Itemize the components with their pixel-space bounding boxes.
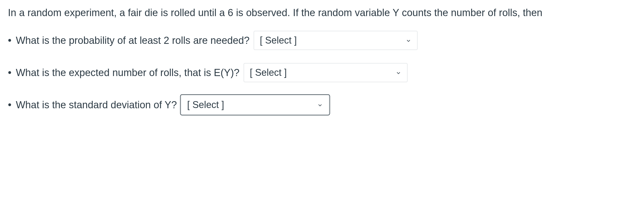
answer-select[interactable]: [ Select ] (181, 95, 329, 114)
question-item: What is the probability of at least 2 ro… (16, 31, 636, 50)
question-list: What is the probability of at least 2 ro… (8, 31, 636, 114)
question-item: What is the expected number of rolls, th… (16, 63, 636, 82)
answer-select[interactable]: [ Select ] (254, 31, 417, 50)
select-placeholder: [ Select ] (260, 33, 297, 48)
question-text: What is the expected number of rolls, th… (16, 65, 239, 80)
select-placeholder: [ Select ] (187, 98, 224, 112)
question-text: What is the standard deviation of Y? (16, 97, 177, 112)
chevron-down-icon (317, 97, 323, 112)
question-item: What is the standard deviation of Y? [ S… (16, 95, 636, 114)
question-text: What is the probability of at least 2 ro… (16, 33, 250, 48)
chevron-down-icon (396, 65, 401, 80)
select-placeholder: [ Select ] (250, 65, 287, 80)
answer-select[interactable]: [ Select ] (244, 63, 407, 82)
chevron-down-icon (406, 33, 411, 48)
question-intro: In a random experiment, a fair die is ro… (8, 5, 636, 20)
